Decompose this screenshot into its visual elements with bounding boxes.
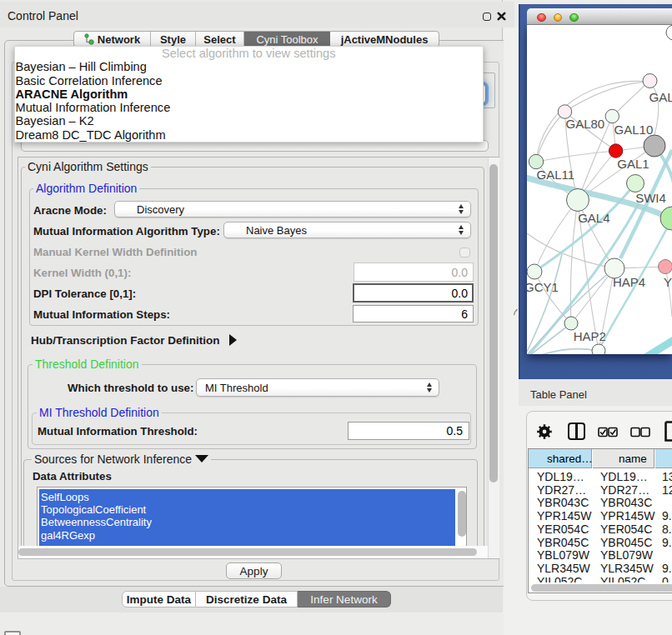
svg-text:GAL10: GAL10 <box>614 122 654 137</box>
svg-text:GAL4: GAL4 <box>578 211 609 225</box>
svg-text:GAL1: GAL1 <box>617 157 649 171</box>
svg-text:GAL80: GAL80 <box>566 117 605 131</box>
svg-text:GCY1: GCY1 <box>527 280 559 294</box>
svg-text:GAL11: GAL11 <box>537 168 575 182</box>
svg-text:HAP4: HAP4 <box>613 275 645 289</box>
svg-text:GAL7: GAL7 <box>649 90 672 104</box>
svg-text:YM: YM <box>664 275 672 289</box>
svg-text:SWI4: SWI4 <box>635 191 666 205</box>
svg-text:HAP2: HAP2 <box>574 329 606 343</box>
